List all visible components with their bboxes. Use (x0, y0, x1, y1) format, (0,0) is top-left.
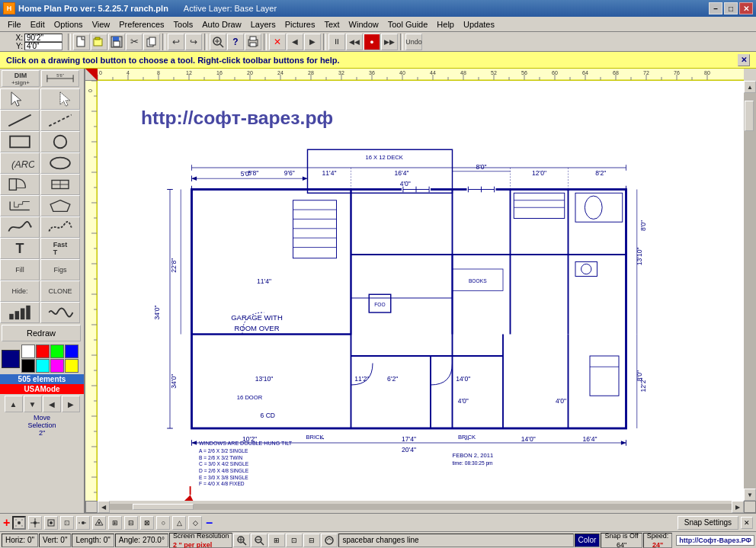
move-dn-button[interactable]: ▼ (24, 396, 42, 412)
menu-window[interactable]: Window (344, 18, 383, 30)
color-yellow[interactable] (65, 359, 78, 373)
redo-button[interactable]: ↪ (185, 34, 202, 50)
rewind-button[interactable]: ◀◀ (346, 34, 363, 50)
menu-pictures[interactable]: Pictures (280, 18, 320, 30)
select-tool-button[interactable] (0, 88, 40, 110)
horizontal-scrollbar[interactable]: ◀ ▶ (98, 501, 744, 513)
maximize-button[interactable]: □ (724, 2, 738, 14)
pause-button[interactable]: ⏸ (328, 34, 345, 50)
spline-tool-button[interactable] (0, 216, 40, 238)
line-tool-button[interactable] (0, 110, 40, 131)
stair-tool-button[interactable] (0, 195, 40, 216)
spline2-tool-button[interactable] (40, 216, 80, 238)
new-button[interactable] (73, 34, 90, 50)
snap-btn-6[interactable] (92, 516, 106, 530)
figs-tool-button[interactable]: Figs (40, 259, 80, 280)
menu-toolguide[interactable]: Tool Guide (383, 18, 433, 30)
menu-text[interactable]: Text (319, 18, 344, 30)
arc-tool-button[interactable]: (ARC) (0, 152, 40, 174)
scroll-left-button[interactable]: ◀ (98, 501, 110, 513)
ffwd-button[interactable]: ▶▶ (381, 34, 398, 50)
snap-btn-7[interactable]: ⊞ (108, 516, 122, 530)
scroll-down-button[interactable]: ▼ (744, 489, 756, 501)
menu-file[interactable]: File (3, 18, 26, 30)
rect-tool-button[interactable] (0, 131, 40, 152)
redraw-button[interactable]: Redraw (2, 325, 81, 341)
color-white[interactable] (21, 345, 35, 358)
dim2-button[interactable]: 5'6" (41, 70, 79, 87)
open-button[interactable] (91, 34, 107, 50)
fast-text-tool-button[interactable]: FastT (40, 238, 80, 259)
menu-updates[interactable]: Updates (459, 18, 499, 30)
snap-btn-9[interactable]: ⊠ (140, 516, 154, 530)
menu-preferences[interactable]: Preferences (114, 18, 168, 30)
snap-btn-3[interactable] (44, 516, 58, 530)
clone-tool-button[interactable]: CLONE (40, 280, 80, 302)
menu-autodraw[interactable]: Auto Draw (197, 18, 245, 30)
color-status[interactable]: Color (575, 534, 601, 547)
minimize-button[interactable]: – (709, 2, 722, 14)
infobar-close-button[interactable]: ✕ (738, 54, 750, 66)
circle-tool-button[interactable] (40, 131, 80, 152)
move-up-button[interactable]: ▲ (5, 396, 23, 412)
snap-bar-close[interactable]: ✕ (741, 517, 753, 529)
zoom-in-button[interactable] (233, 534, 250, 547)
menu-view[interactable]: View (88, 18, 115, 30)
snap-btn-8[interactable]: ⊟ (124, 516, 138, 530)
wave-tool-button[interactable] (40, 302, 80, 323)
snap-btn-12[interactable]: ◇ (188, 516, 202, 530)
delete-button[interactable]: ✕ (269, 34, 286, 50)
undo-button[interactable]: ↩ (168, 34, 184, 50)
move-lt-button[interactable]: ◀ (43, 396, 61, 412)
dim-button[interactable]: DIM +sign+ (2, 70, 40, 87)
snap-btn-11[interactable]: △ (172, 516, 186, 530)
save-button[interactable] (108, 34, 125, 50)
move-rt-button[interactable]: ▶ (62, 396, 80, 412)
menu-options[interactable]: Options (50, 18, 88, 30)
help-button[interactable]: ? (227, 34, 244, 50)
color-lime[interactable] (50, 345, 64, 358)
usa-mode-button[interactable]: USAMode (0, 384, 84, 394)
zoom-in-button[interactable] (210, 34, 226, 50)
color-red[interactable] (36, 345, 50, 358)
hide-tool-button[interactable]: Hide: (0, 280, 40, 302)
snap-btn-5[interactable] (76, 516, 90, 530)
scroll-right-button[interactable]: ▶ (732, 501, 744, 513)
view2-button[interactable]: ⊡ (286, 534, 303, 547)
ellipse-tool-button[interactable] (40, 152, 80, 174)
door-tool-button[interactable] (0, 174, 40, 195)
undo2-button[interactable]: Undo (405, 34, 422, 50)
x-input[interactable] (24, 34, 62, 42)
drawing-canvas[interactable]: .wall { stroke: #00008B; stroke-width: 2… (98, 81, 744, 501)
menu-layers[interactable]: Layers (246, 18, 280, 30)
print-button[interactable] (245, 34, 261, 50)
next-button[interactable]: ▶ (304, 34, 321, 50)
menu-help[interactable]: Help (432, 18, 459, 30)
view4-button[interactable] (321, 534, 338, 547)
close-button[interactable]: ✕ (739, 2, 753, 14)
y-input[interactable] (24, 42, 62, 50)
active-color-swatch[interactable] (2, 350, 20, 368)
snap-btn-2[interactable] (28, 516, 42, 530)
dash-tool-button[interactable] (40, 110, 80, 131)
snap-settings-button[interactable]: Snap Settings (678, 516, 738, 530)
color-black[interactable] (21, 359, 35, 373)
fit-view-button[interactable]: ⊞ (268, 534, 285, 547)
snap-btn-10[interactable]: ○ (156, 516, 170, 530)
select2-tool-button[interactable] (40, 88, 80, 110)
record-button[interactable]: ● (364, 34, 380, 50)
poly-tool-button[interactable] (40, 195, 80, 216)
chart-tool-button[interactable] (0, 302, 40, 323)
zoom-out-button[interactable] (251, 534, 267, 547)
vertical-scrollbar[interactable]: ▲ ▼ (744, 81, 756, 501)
menu-edit[interactable]: Edit (26, 18, 50, 30)
copy-button[interactable] (143, 34, 160, 50)
text-tool-button[interactable]: T (0, 238, 40, 259)
color-blue[interactable] (65, 345, 78, 358)
snap-btn-4[interactable]: ⊡ (60, 516, 74, 530)
scroll-up-button[interactable]: ▲ (744, 81, 756, 93)
prev-button[interactable]: ◀ (287, 34, 303, 50)
color-magenta[interactable] (50, 359, 64, 373)
window-tool-button[interactable] (40, 174, 80, 195)
snap-btn-1[interactable] (12, 516, 26, 530)
